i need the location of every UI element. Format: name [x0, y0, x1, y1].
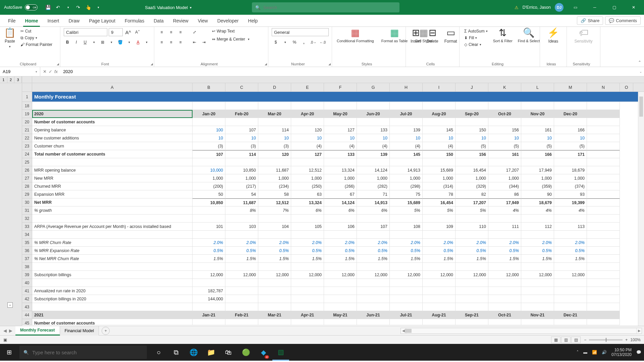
cell[interactable]: 50 — [193, 190, 225, 198]
cell[interactable] — [291, 102, 324, 110]
cell[interactable]: 12,000 — [291, 271, 324, 279]
cell[interactable]: 0.5% — [423, 247, 455, 255]
cell[interactable]: 2021 — [32, 311, 193, 319]
column-header[interactable]: F — [324, 83, 357, 92]
cell[interactable]: Feb-20 — [225, 110, 258, 118]
cell[interactable]: 1,000 — [554, 174, 587, 182]
row-header[interactable]: 28 — [22, 182, 32, 190]
name-box[interactable]: A19▾ — [0, 67, 40, 76]
cell[interactable] — [554, 279, 587, 287]
row-header[interactable]: 1 — [22, 92, 32, 102]
cell[interactable]: 12,000 — [521, 271, 554, 279]
sheet-tab[interactable]: Financial Model — [60, 326, 99, 336]
cell[interactable] — [193, 102, 225, 110]
record-macro-icon[interactable]: ▣ — [0, 338, 10, 342]
ideas-button[interactable]: Ideas — [547, 38, 559, 44]
sensitivity-icon[interactable]: 🏷 — [579, 28, 588, 38]
cell[interactable] — [423, 295, 455, 303]
cell[interactable] — [423, 263, 455, 271]
fill-color-button[interactable]: 🪣 — [117, 38, 124, 46]
cell[interactable]: ARPA (Average Revenue per Account per Mo… — [32, 223, 193, 231]
cell[interactable]: 112 — [521, 223, 554, 231]
paste-icon[interactable]: 📋 — [4, 28, 16, 38]
outline-level-2[interactable]: 2 — [7, 76, 15, 83]
cell[interactable]: 13,324 — [291, 198, 324, 206]
cell[interactable] — [225, 263, 258, 271]
cell[interactable]: 10 — [521, 134, 554, 142]
cell[interactable] — [455, 158, 488, 166]
cell[interactable]: 127 — [324, 126, 357, 134]
column-header[interactable]: D — [258, 83, 291, 92]
ribbon-tab-data[interactable]: Data — [149, 15, 168, 27]
cell[interactable] — [390, 295, 423, 303]
row-header[interactable]: 45 — [22, 319, 32, 325]
chevron-down-icon[interactable]: ▾ — [9, 45, 11, 48]
cell[interactable] — [554, 295, 587, 303]
cell[interactable] — [488, 215, 521, 223]
collapse-ribbon-icon[interactable]: ⌃ — [638, 60, 641, 65]
cell[interactable]: 110 — [455, 223, 488, 231]
cell[interactable]: (4) — [324, 142, 357, 150]
ribbon-tab-page-layout[interactable]: Page Layout — [84, 15, 120, 27]
row-header[interactable]: 22 — [22, 134, 32, 142]
cell[interactable] — [357, 215, 390, 223]
cell[interactable]: 5% — [455, 206, 488, 215]
cell[interactable] — [357, 319, 390, 325]
cell[interactable]: 156 — [488, 126, 521, 134]
cell[interactable] — [521, 303, 554, 311]
scroll-right-icon[interactable]: ▶ — [636, 328, 642, 334]
warning-icon[interactable]: ⚠ — [515, 5, 519, 10]
row-header[interactable]: 39 — [22, 271, 32, 279]
cell[interactable] — [291, 303, 324, 311]
cell[interactable] — [587, 126, 620, 134]
cell[interactable]: 10 — [324, 134, 357, 142]
cell[interactable]: 0.5% — [225, 247, 258, 255]
cell[interactable] — [357, 287, 390, 295]
cell[interactable]: 1.5% — [488, 255, 521, 263]
cell[interactable]: 2.0% — [554, 239, 587, 247]
cell[interactable]: 120 — [291, 126, 324, 134]
cell[interactable]: 2.0% — [258, 239, 291, 247]
cell[interactable] — [554, 118, 587, 126]
cut-button[interactable]: ✂Cut — [19, 28, 54, 34]
cell[interactable]: (3) — [258, 142, 291, 150]
cell[interactable] — [455, 102, 488, 110]
cell[interactable]: Jun-20 — [357, 110, 390, 118]
cell[interactable] — [390, 287, 423, 295]
battery-icon[interactable]: ▬ — [583, 350, 587, 355]
cell[interactable] — [291, 158, 324, 166]
cell[interactable] — [291, 263, 324, 271]
cell[interactable] — [225, 319, 258, 325]
cell[interactable]: Dec-21 — [554, 311, 587, 319]
cell[interactable]: 75 — [390, 190, 423, 198]
cell[interactable] — [455, 287, 488, 295]
cell[interactable]: 16,454 — [423, 198, 455, 206]
cell[interactable]: 0.5% — [291, 247, 324, 255]
cell[interactable] — [324, 295, 357, 303]
format-as-table-button[interactable]: Format as Table — [380, 38, 409, 44]
cell[interactable] — [357, 118, 390, 126]
cell[interactable]: 1.5% — [423, 255, 455, 263]
align-center-icon[interactable]: ≡ — [167, 38, 175, 46]
touch-mode-icon[interactable]: 👆 — [85, 4, 92, 11]
cell[interactable] — [455, 263, 488, 271]
currency-icon[interactable]: $ — [272, 38, 280, 46]
cell[interactable]: 10 — [554, 134, 587, 142]
cell[interactable]: 5% — [390, 206, 423, 215]
font-name-combo[interactable]: Calibri — [64, 28, 107, 36]
cell[interactable]: 107 — [193, 150, 225, 158]
cell[interactable]: 1,000 — [488, 174, 521, 182]
cell[interactable]: 10 — [357, 134, 390, 142]
dialog-launcher-icon[interactable]: ◢ — [151, 62, 153, 66]
undo-dropdown-icon[interactable]: ▾ — [64, 4, 72, 11]
cell[interactable] — [521, 102, 554, 110]
accept-icon[interactable]: ✓ — [49, 69, 52, 74]
cell[interactable] — [225, 295, 258, 303]
cell[interactable] — [357, 295, 390, 303]
row-header[interactable]: 24 — [22, 150, 32, 158]
cell[interactable]: 144,000 — [193, 295, 225, 303]
cell[interactable]: 8% — [225, 206, 258, 215]
cell[interactable]: 54 — [225, 190, 258, 198]
cell[interactable]: 0.5% — [521, 247, 554, 255]
cell[interactable]: 0.5% — [193, 247, 225, 255]
